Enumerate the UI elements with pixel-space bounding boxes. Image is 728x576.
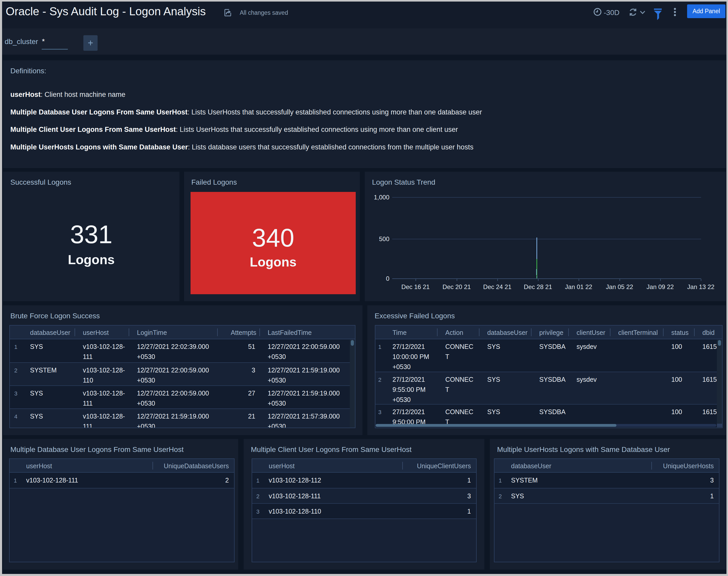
- vertical-scrollbar-thumb[interactable]: [351, 340, 354, 346]
- bar-failed-spike: [537, 237, 537, 259]
- filter-value-input[interactable]: [42, 49, 68, 50]
- table-row: 1 v103-102-128-112 1: [252, 473, 476, 488]
- table-row: 3 SYS v103-102-128-111 12/27/2021 22:00:…: [10, 385, 350, 408]
- column-header[interactable]: clientUser: [568, 325, 610, 339]
- definition-desc: : Lists database users that successfully…: [188, 143, 474, 151]
- refresh-icon[interactable]: [629, 8, 637, 17]
- table-cell: SYS: [479, 339, 531, 372]
- table-cell: 3: [217, 363, 260, 385]
- table-header: Time Action databaseUser privilege clien…: [375, 325, 723, 339]
- column-header[interactable]: UniqueClientUsers: [402, 459, 476, 472]
- x-tick: [457, 279, 457, 281]
- table-cell: 12/27/2021 21:59:19.000 +0530: [260, 386, 350, 408]
- table-cell: SYS: [22, 339, 74, 362]
- table-cell: 51: [217, 339, 260, 362]
- table-row: 2 27/12/2021 9:55:00 PM +0530 CONNECT SY…: [375, 372, 723, 404]
- bar-failed-tiny: [537, 276, 537, 278]
- clock-icon[interactable]: [594, 8, 602, 16]
- definition-term: Multiple Client User Logons From Same Us…: [10, 125, 176, 134]
- add-panel-button[interactable]: Add Panel: [687, 4, 725, 18]
- panel-title: Multiple Client User Logons From Same Us…: [251, 444, 412, 455]
- filter-bar: db_cluster * +: [2, 28, 726, 55]
- column-header[interactable]: Attempts: [217, 325, 260, 339]
- table-cell: 100: [663, 372, 694, 404]
- column-header-index: [494, 459, 506, 472]
- failed-logons-unit: Logons: [190, 255, 356, 269]
- column-header[interactable]: Action: [437, 325, 479, 339]
- column-header[interactable]: clientTerminal: [610, 325, 663, 339]
- gridline-500: [392, 239, 701, 239]
- table-empty-area: [494, 503, 719, 562]
- column-header-index: [10, 325, 22, 339]
- panel-multi-client-user: Multiple Client User Logons From Same Us…: [244, 439, 484, 570]
- panel-logon-status-trend: Logon Status Trend 1,000 500 0 Dec 16 21…: [365, 172, 726, 301]
- table-cell: SYS: [506, 488, 651, 503]
- x-tick: [619, 279, 620, 281]
- column-header-index: [9, 459, 21, 472]
- gridline-1000: [392, 197, 701, 198]
- panel-title: Failed Logons: [191, 177, 237, 188]
- failed-logons-value: 340: [190, 225, 356, 251]
- kebab-menu-icon[interactable]: [673, 8, 676, 17]
- column-header[interactable]: privilege: [531, 325, 568, 339]
- row-index-cell: 4: [10, 409, 22, 428]
- horizontal-scrollbar-thumb[interactable]: [376, 424, 616, 427]
- x-axis-label: Dec 16 21: [401, 284, 429, 290]
- column-header[interactable]: userHost: [74, 325, 129, 339]
- x-tick: [497, 279, 498, 281]
- panel-successful-logons: Successful Logons 331 Logons: [3, 172, 179, 301]
- column-header[interactable]: UniqueUserHosts: [651, 459, 719, 472]
- failed-logons-alert-box: 340 Logons: [190, 192, 356, 294]
- panel-title: Successful Logons: [10, 177, 71, 188]
- x-axis-label: Jan 09 22: [646, 284, 674, 290]
- filter-icon[interactable]: [654, 8, 662, 21]
- definitions-title: Definitions:: [10, 66, 46, 76]
- column-header[interactable]: userHost: [21, 459, 152, 472]
- table-cell: [610, 339, 663, 372]
- share-icon[interactable]: [224, 8, 232, 17]
- filter-required-marker: *: [42, 37, 45, 46]
- multi-db-user-table: userHost UniqueDatabaseUsers 1 v103-102-…: [9, 458, 235, 562]
- vertical-scrollbar-thumb[interactable]: [718, 340, 721, 346]
- bar-failed-small: [536, 269, 537, 275]
- table-cell: v103-102-128-110: [74, 363, 129, 385]
- table-cell: 27: [217, 386, 260, 408]
- table-cell: 3: [402, 488, 476, 503]
- column-header[interactable]: databaseUser: [479, 325, 531, 339]
- column-header[interactable]: databaseUser: [22, 325, 74, 339]
- scrollbar-corner: [717, 424, 722, 427]
- definition-term: Multiple Database User Logons From Same …: [10, 108, 187, 116]
- y-axis-label: 500: [365, 236, 389, 242]
- table-row: 1 SYS v103-102-128-111 12/27/2021 22:02:…: [10, 339, 350, 362]
- table-cell: 27/12/2021 9:55:00 PM +0530: [384, 372, 437, 404]
- column-header[interactable]: dbid: [694, 325, 723, 339]
- column-header[interactable]: userHost: [264, 459, 402, 472]
- column-header[interactable]: databaseUser: [506, 459, 651, 472]
- time-range-value[interactable]: -30D: [604, 9, 619, 16]
- column-header[interactable]: Time: [384, 325, 437, 339]
- chevron-down-icon[interactable]: [640, 10, 645, 15]
- table-cell: SYSTEM: [506, 473, 651, 488]
- column-header[interactable]: LastFailedTime: [260, 325, 355, 339]
- column-header[interactable]: status: [663, 325, 694, 339]
- panel-brute-force: Brute Force Logon Success databaseUser u…: [3, 305, 362, 435]
- successful-logons-value: 331: [3, 222, 179, 247]
- row-index-cell: 2: [252, 488, 264, 503]
- x-tick: [416, 279, 416, 281]
- table-cell: [610, 372, 663, 404]
- add-filter-button[interactable]: +: [83, 35, 98, 51]
- dashboard-title: Oracle - Sys Audit Log - Logon Analysis: [6, 5, 206, 18]
- bar-success-spike: [537, 259, 537, 279]
- column-header[interactable]: UniqueDatabaseUsers: [152, 459, 234, 472]
- panel-multi-userhosts: Multiple UserHosts Logons with Same Data…: [490, 439, 726, 570]
- table-row: 4 SYS v103-102-128-111 12/27/2021 21:59:…: [10, 408, 350, 428]
- table-cell: 12/27/2021 21:59:19.000 +0530: [260, 363, 350, 385]
- x-axis-label: Dec 28 21: [524, 284, 552, 290]
- x-axis-label: Jan 05 22: [606, 284, 633, 290]
- table-cell: 12/27/2021 22:00:59.000 +0530: [260, 339, 350, 362]
- x-tick: [579, 279, 579, 281]
- panel-title: Multiple UserHosts Logons with Same Data…: [497, 444, 670, 455]
- table-cell: SYSDBA: [531, 339, 568, 372]
- column-header[interactable]: LoginTime: [129, 325, 217, 339]
- x-tick: [660, 279, 661, 281]
